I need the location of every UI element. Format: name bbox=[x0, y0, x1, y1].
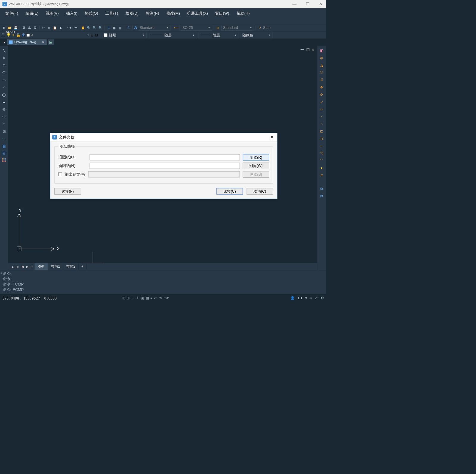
dialog-titlebar[interactable]: Z 文件比较 ✕ bbox=[50, 133, 277, 141]
new-drawing-input[interactable] bbox=[90, 163, 240, 169]
cloud-icon[interactable]: ☁ bbox=[1, 99, 6, 104]
table-style-combo[interactable]: Standard▼ bbox=[221, 25, 254, 30]
explode-icon[interactable]: ⚞ bbox=[319, 173, 324, 178]
tool-plus-icon[interactable]: ⊕ bbox=[319, 55, 324, 60]
layout-next-icon[interactable]: ▶ bbox=[25, 264, 30, 269]
user-icon[interactable]: 👤 bbox=[290, 296, 295, 300]
arc-icon[interactable]: ⟄ bbox=[1, 63, 6, 68]
mdi-close-icon[interactable]: ✕ bbox=[311, 47, 314, 52]
tool-palette-icon[interactable]: ▤ bbox=[118, 25, 122, 30]
redo-icon[interactable]: ↷▾ bbox=[72, 25, 77, 30]
menu-tools[interactable]: 工具(T) bbox=[104, 10, 119, 17]
command-window[interactable]: × 命令: 命令: 命令: FCMP 命令: FCMP bbox=[0, 270, 326, 294]
circle-icon[interactable]: ◯ bbox=[1, 92, 6, 97]
line-icon[interactable]: ╲ bbox=[1, 48, 6, 53]
properties-icon[interactable]: ☰ bbox=[106, 25, 111, 30]
snap-grid-icon[interactable]: ⊞ bbox=[122, 296, 125, 300]
layer-freeze-icon[interactable]: ✳ bbox=[12, 33, 15, 37]
polar-icon[interactable]: ✛ bbox=[136, 296, 139, 300]
menu-dim[interactable]: 标注(N) bbox=[145, 10, 160, 17]
stretch-icon[interactable]: ▱ bbox=[319, 107, 324, 112]
layer-off-icon[interactable]: ⊟ bbox=[90, 33, 93, 37]
erase-icon[interactable]: ◆ bbox=[58, 25, 63, 30]
help-icon[interactable]: ? bbox=[126, 25, 131, 30]
layer-print-icon[interactable]: 🖶 bbox=[22, 33, 25, 37]
polygon-icon[interactable]: ⬠ bbox=[1, 70, 6, 75]
document-tab-drawing1[interactable]: Drawing1.dwg ✕ bbox=[7, 39, 46, 45]
join-icon[interactable]: ⌐ bbox=[319, 144, 324, 148]
eraser-icon[interactable]: ◧ bbox=[319, 48, 324, 53]
ortho-icon[interactable]: ∟ bbox=[131, 296, 134, 300]
close-button[interactable]: ✕ bbox=[317, 1, 324, 6]
browse-old-button[interactable]: 浏览(R) bbox=[243, 154, 269, 160]
layout-up-icon[interactable]: ▲ bbox=[10, 264, 15, 269]
doctab-close-icon[interactable]: ✕ bbox=[42, 40, 45, 44]
chamfer-icon[interactable]: ◹ bbox=[319, 151, 324, 156]
zoom-prev-icon[interactable]: 🔍 bbox=[98, 25, 103, 30]
snap-grid2-icon[interactable]: ⊞ bbox=[127, 296, 130, 300]
output-to-file-checkbox[interactable] bbox=[58, 173, 62, 176]
paste-icon[interactable]: 📋 bbox=[53, 25, 57, 30]
minimize-button[interactable]: — bbox=[292, 1, 298, 6]
menu-file[interactable]: 文件(F) bbox=[4, 10, 19, 17]
spline-icon[interactable]: ⟋ bbox=[1, 85, 6, 90]
ellipse-icon[interactable]: ⬭ bbox=[1, 114, 6, 119]
donut-icon[interactable]: ◎ bbox=[1, 107, 6, 112]
zoom-icon[interactable]: 🔍 bbox=[86, 25, 91, 30]
scale-icon[interactable]: ⤢ bbox=[319, 99, 324, 104]
hatch-icon[interactable]: ▨ bbox=[1, 129, 6, 134]
menu-window[interactable]: 窗口(W) bbox=[214, 10, 230, 17]
dialog-close-button[interactable]: ✕ bbox=[269, 135, 275, 140]
pan-icon[interactable]: ✋ bbox=[81, 25, 85, 30]
zoom-window-icon[interactable]: 🔍 bbox=[92, 25, 97, 30]
browse-new-button[interactable]: 浏览(W) bbox=[243, 163, 269, 169]
cut-icon[interactable]: ✂ bbox=[41, 25, 46, 30]
doctab-dropdown[interactable]: ▾ bbox=[1, 40, 7, 44]
layer-color-swatch[interactable] bbox=[27, 34, 30, 37]
scale-label[interactable]: 1:1 bbox=[298, 296, 302, 300]
add-tab-button[interactable]: ▣ bbox=[48, 39, 54, 45]
gear-icon[interactable]: ⚙ bbox=[321, 296, 324, 300]
undo-icon[interactable]: ↶▾ bbox=[67, 25, 71, 30]
layer-iso-icon[interactable]: ⊟ bbox=[95, 33, 98, 37]
block-icon[interactable]: ⟟ bbox=[1, 121, 6, 126]
options-button[interactable]: 选项(P) bbox=[54, 188, 81, 195]
group1-icon[interactable]: ⧉ bbox=[319, 186, 324, 191]
group2-icon[interactable]: ⧉ bbox=[319, 194, 324, 199]
polyline-icon[interactable]: ↯ bbox=[1, 55, 6, 60]
array-icon[interactable]: ⠿ bbox=[319, 77, 324, 82]
rotate-icon[interactable]: ⟳ bbox=[319, 92, 324, 97]
print-icon[interactable]: 🖶 bbox=[21, 25, 26, 30]
lineweight-combo[interactable]: 随层▼ bbox=[198, 32, 239, 38]
layer-manager-icon[interactable]: ☰ bbox=[1, 33, 5, 37]
design-center-icon[interactable]: ▦ bbox=[112, 25, 117, 30]
menu-edit[interactable]: 编辑(E) bbox=[24, 10, 39, 17]
copy-icon[interactable]: ⧉ bbox=[47, 25, 52, 30]
lwt-icon[interactable]: ≡ bbox=[151, 296, 153, 300]
mdi-restore-icon[interactable]: ❐ bbox=[306, 47, 310, 52]
region-icon[interactable]: ▦ bbox=[1, 144, 6, 148]
expand-icon[interactable]: ⤢ bbox=[315, 296, 318, 300]
old-drawing-input[interactable] bbox=[90, 154, 240, 160]
dyn-icon[interactable]: ▭ bbox=[154, 296, 157, 300]
open-icon[interactable]: 📂 bbox=[7, 25, 12, 30]
menu-view[interactable]: 视图(V) bbox=[45, 10, 60, 17]
break-icon[interactable]: ⊏ bbox=[319, 129, 324, 134]
cycle-icon[interactable]: ⟲ bbox=[159, 296, 162, 300]
publish-icon[interactable]: 🖶 bbox=[33, 25, 37, 30]
compare-button[interactable]: 比较(C) bbox=[216, 188, 243, 195]
tab-layout1[interactable]: 布局1 bbox=[48, 263, 63, 270]
menu-modify[interactable]: 修改(M) bbox=[165, 10, 181, 17]
menu-insert[interactable]: 插入(I) bbox=[65, 10, 78, 17]
cancel-button[interactable]: 取消(C) bbox=[247, 188, 273, 195]
mdi-minimize-icon[interactable]: — bbox=[300, 47, 304, 52]
tab-layout2[interactable]: 布局2 bbox=[63, 263, 78, 270]
maximize-button[interactable]: ☐ bbox=[304, 1, 311, 6]
layer-bulb-icon[interactable]: 💡 bbox=[6, 33, 11, 37]
palette-grid-icon[interactable] bbox=[1, 158, 6, 162]
layout-last-icon[interactable]: ⏭ bbox=[30, 264, 35, 269]
layer-name[interactable]: 0 bbox=[31, 33, 32, 37]
mirror-icon[interactable]: ◮ bbox=[319, 63, 324, 68]
plot-preview-icon[interactable]: 🖶 bbox=[27, 25, 32, 30]
trim-icon[interactable]: ⟋ bbox=[319, 114, 324, 119]
